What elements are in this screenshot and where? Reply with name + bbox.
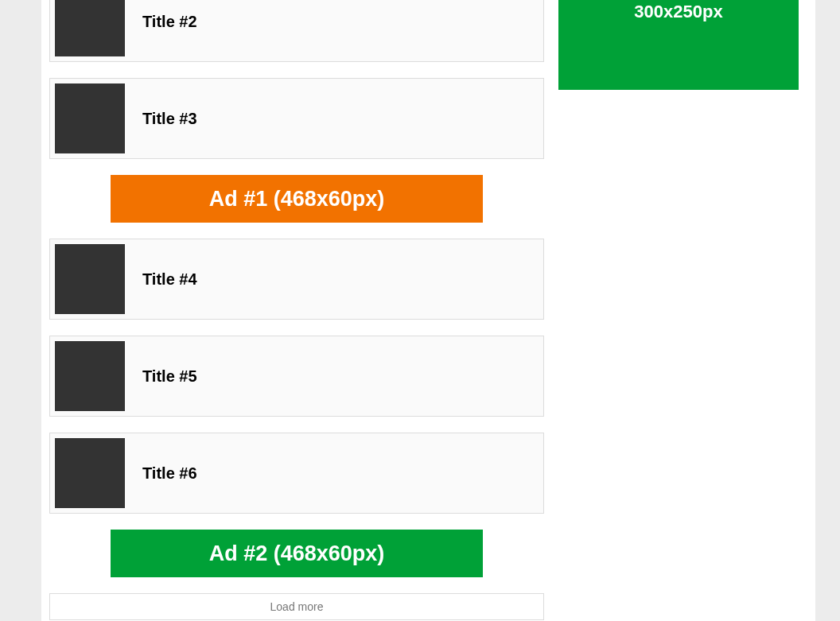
- inline-ad-2[interactable]: Ad #2 (468x60px): [111, 530, 483, 577]
- sidebar-column: 300x250px: [558, 0, 799, 90]
- post-item[interactable]: Title #4: [49, 239, 544, 320]
- page-container: Title #2 Title #3 Ad #1 (468x60px) Title…: [41, 0, 815, 621]
- ad-label: Ad #1 (468x60px): [209, 187, 385, 212]
- post-item[interactable]: Title #2: [49, 0, 544, 62]
- post-item[interactable]: Title #5: [49, 336, 544, 417]
- post-title: Title #6: [142, 464, 197, 483]
- post-thumbnail: [55, 0, 125, 56]
- post-title: Title #5: [142, 367, 197, 386]
- sidebar-ad[interactable]: 300x250px: [558, 0, 799, 90]
- load-more-button[interactable]: Load more: [49, 593, 544, 620]
- ad-label: Ad #2 (468x60px): [209, 541, 385, 566]
- post-title: Title #3: [142, 110, 197, 128]
- sidebar-ad-label: 300x250px: [634, 2, 722, 22]
- post-thumbnail: [55, 438, 125, 508]
- post-title: Title #4: [142, 270, 197, 289]
- post-item[interactable]: Title #3: [49, 78, 544, 159]
- post-thumbnail: [55, 341, 125, 411]
- post-title: Title #2: [142, 13, 197, 31]
- post-thumbnail: [55, 83, 125, 153]
- post-item[interactable]: Title #6: [49, 433, 544, 514]
- load-more-label: Load more: [270, 600, 324, 613]
- main-column: Title #2 Title #3 Ad #1 (468x60px) Title…: [41, 0, 544, 620]
- inline-ad-1[interactable]: Ad #1 (468x60px): [111, 175, 483, 223]
- post-thumbnail: [55, 244, 125, 314]
